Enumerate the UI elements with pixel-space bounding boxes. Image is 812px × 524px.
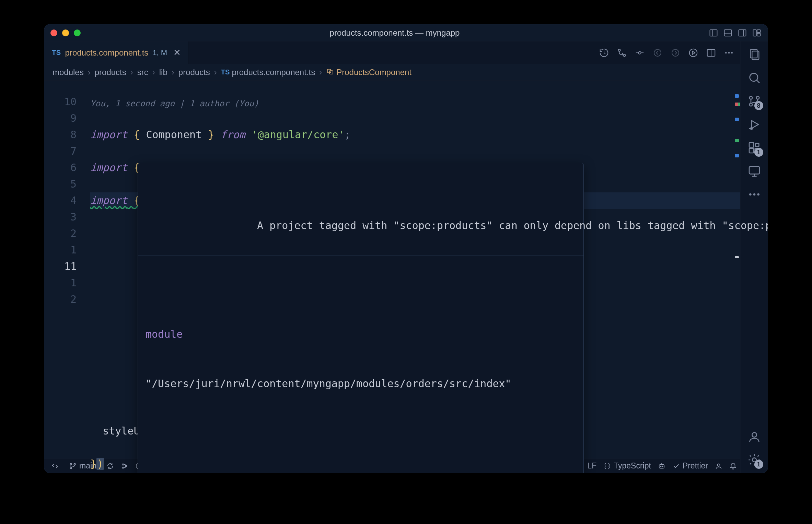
explorer-icon[interactable]: [747, 48, 761, 61]
svg-point-21: [728, 52, 730, 53]
svg-rect-43: [752, 51, 759, 60]
remote-explorer-icon[interactable]: [747, 164, 761, 178]
svg-point-14: [654, 49, 661, 56]
minimize-window-button[interactable]: [62, 29, 69, 36]
hover-message: A project tagged with "scope:products" c…: [138, 196, 583, 255]
overview-ruler[interactable]: [733, 81, 740, 458]
svg-point-26: [70, 467, 72, 469]
maximize-window-button[interactable]: [74, 29, 81, 36]
svg-point-10: [623, 54, 625, 56]
split-editor-icon[interactable]: [706, 48, 716, 58]
svg-rect-4: [739, 29, 746, 36]
typescript-icon: TS: [52, 49, 61, 57]
panel-right-icon[interactable]: [738, 28, 747, 38]
extensions-badge: 1: [754, 148, 763, 157]
svg-point-44: [750, 73, 757, 81]
breadcrumb-seg[interactable]: lib: [159, 68, 167, 77]
svg-rect-0: [710, 29, 717, 36]
svg-rect-8: [757, 33, 760, 36]
window-controls: [50, 29, 81, 36]
breadcrumb-seg[interactable]: products: [95, 68, 126, 77]
svg-rect-6: [753, 29, 756, 36]
svg-point-47: [749, 103, 752, 106]
breadcrumb-seg[interactable]: src: [137, 68, 148, 77]
svg-point-60: [757, 193, 759, 196]
close-window-button[interactable]: [50, 29, 57, 36]
extensions-icon[interactable]: 1: [747, 141, 761, 155]
titlebar: products.component.ts — myngapp: [44, 24, 768, 41]
more-views-icon[interactable]: [747, 188, 761, 201]
source-control-icon[interactable]: 8: [747, 94, 761, 108]
scm-badge: 8: [754, 101, 763, 110]
more-actions-icon[interactable]: [724, 48, 734, 58]
editor-tab[interactable]: TS products.component.ts 1, M ✕: [44, 41, 189, 64]
activity-bar: 8 1 1: [740, 41, 768, 473]
svg-marker-17: [693, 51, 695, 55]
search-icon[interactable]: [747, 71, 761, 85]
svg-rect-24: [329, 71, 333, 74]
panel-left-icon[interactable]: [709, 28, 718, 38]
window-title: products.component.ts — myngapp: [81, 28, 709, 38]
svg-point-27: [74, 463, 76, 465]
vscode-window: products.component.ts — myngapp TS produ…: [44, 24, 768, 473]
typescript-icon: TS: [221, 68, 230, 76]
svg-point-9: [618, 49, 620, 51]
code-content[interactable]: You, 1 second ago | 1 author (You) impor…: [83, 81, 740, 458]
svg-rect-7: [757, 29, 760, 32]
svg-line-45: [756, 80, 759, 83]
svg-point-46: [749, 96, 752, 99]
svg-rect-55: [749, 167, 759, 174]
history-icon[interactable]: [599, 48, 609, 58]
class-icon: [326, 67, 334, 78]
svg-point-59: [753, 193, 755, 196]
svg-point-61: [752, 432, 756, 437]
svg-point-58: [749, 193, 752, 196]
settings-badge: 1: [754, 460, 763, 469]
panel-bottom-icon[interactable]: [723, 28, 733, 38]
svg-rect-54: [755, 143, 759, 147]
svg-rect-52: [749, 148, 754, 153]
svg-point-15: [672, 49, 679, 56]
svg-rect-51: [749, 143, 754, 147]
svg-point-16: [689, 49, 697, 57]
compare-icon[interactable]: [617, 48, 627, 58]
settings-icon[interactable]: 1: [747, 453, 761, 467]
svg-point-25: [70, 463, 72, 465]
run-alt-icon[interactable]: [688, 48, 698, 58]
line-gutter: 10 9 8 7 6 5 4 3 2 1 11 1 2: [44, 81, 83, 458]
breadcrumb-seg[interactable]: products: [178, 68, 210, 77]
nav-back-icon[interactable]: [652, 48, 663, 58]
breadcrumb[interactable]: modules› products› src› lib› products› T…: [44, 64, 740, 81]
breadcrumb-file[interactable]: products.component.ts: [232, 68, 315, 77]
svg-rect-23: [327, 69, 331, 73]
breadcrumb-seg[interactable]: modules: [53, 68, 84, 77]
gitlens-annotation: You, 1 second ago | 1 author (You): [90, 97, 740, 110]
accounts-icon[interactable]: [747, 430, 761, 443]
close-tab-button[interactable]: ✕: [173, 47, 181, 58]
remote-indicator[interactable]: [48, 462, 62, 470]
svg-marker-49: [751, 120, 758, 128]
layout-controls: [709, 28, 762, 38]
code-editor[interactable]: 10 9 8 7 6 5 4 3 2 1 11 1 2: [44, 81, 740, 458]
svg-point-22: [731, 52, 733, 53]
hover-module-info: module "/Users/juri/nrwl/content/myngapp…: [138, 288, 583, 430]
git-commit-icon[interactable]: [635, 48, 645, 58]
editor-actions: [593, 41, 740, 64]
svg-point-11: [638, 51, 641, 54]
tab-modifications: 1, M: [152, 48, 167, 57]
hover-actions: View Problem (⌥F8) Quick Fix... (⌘.): [138, 463, 583, 473]
breadcrumb-symbol[interactable]: ProductsComponent: [336, 68, 411, 77]
run-debug-icon[interactable]: [747, 118, 761, 131]
hover-widget: A project tagged with "scope:products" c…: [138, 163, 584, 473]
svg-point-20: [725, 52, 727, 53]
tabs-bar: TS products.component.ts 1, M ✕: [44, 41, 740, 64]
svg-rect-2: [724, 29, 732, 36]
svg-point-48: [756, 96, 759, 99]
svg-rect-42: [750, 49, 757, 58]
tab-filename: products.component.ts: [65, 48, 149, 58]
nav-forward-icon[interactable]: [670, 48, 681, 58]
layout-customize-icon[interactable]: [752, 28, 762, 38]
